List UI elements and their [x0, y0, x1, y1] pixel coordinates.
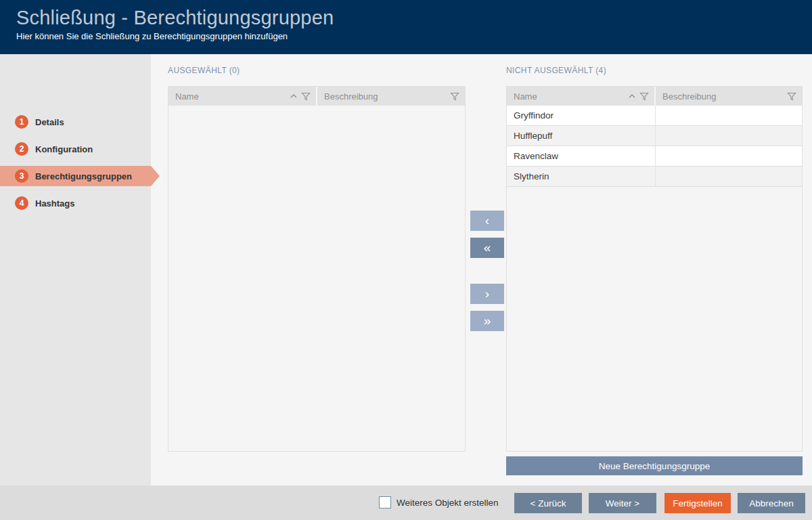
cancel-button[interactable]: Abbrechen	[738, 493, 805, 513]
column-header-label: Name	[514, 91, 537, 102]
finish-button[interactable]: Fertigstellen	[664, 493, 731, 513]
step-details[interactable]: 1 Details	[0, 112, 151, 132]
unselected-table: Name Beschreibung	[506, 86, 803, 452]
unselected-table-body: Gryffindor Hufflepuff Ravenclaw Slytheri…	[507, 106, 802, 187]
step-number-badge: 3	[15, 169, 28, 183]
filter-funnel-icon[interactable]	[301, 92, 311, 101]
step-label: Konfiguration	[35, 144, 93, 154]
cell-beschreibung	[656, 126, 802, 146]
table-row-hufflepuff[interactable]: Hufflepuff	[507, 126, 802, 146]
selected-table: Name Beschreibung	[168, 86, 466, 452]
step-berechtigungsgruppen[interactable]: 3 Berechtigungsgruppen	[0, 166, 151, 186]
move-selected-right-button[interactable]: ›	[470, 284, 504, 304]
sort-ascending-icon	[290, 94, 297, 98]
page-title: Schließung - Berechtigungsgruppen	[16, 7, 812, 29]
step-hashtags[interactable]: 4 Hashtags	[0, 193, 151, 213]
column-header-label: Name	[175, 91, 199, 102]
column-header-beschreibung[interactable]: Beschreibung	[317, 87, 465, 106]
footer-bar: Weiteres Objekt erstellen < Zurück Weite…	[0, 485, 812, 520]
cell-name: Ravenclaw	[507, 146, 656, 166]
cell-beschreibung	[656, 146, 802, 166]
cell-beschreibung	[656, 167, 802, 186]
page-subtitle: Hier können Sie die Schließung zu Berech…	[16, 31, 812, 41]
move-all-left-button[interactable]: «	[470, 238, 504, 258]
step-label: Berechtigungsgruppen	[35, 171, 132, 181]
filter-funnel-icon[interactable]	[639, 92, 649, 101]
next-button[interactable]: Weiter >	[589, 493, 656, 513]
table-row-ravenclaw[interactable]: Ravenclaw	[507, 146, 802, 167]
filter-funnel-icon[interactable]	[787, 92, 796, 101]
column-header-label: Beschreibung	[662, 91, 717, 102]
step-number-badge: 2	[15, 142, 28, 156]
move-selected-left-button[interactable]: ‹	[470, 211, 504, 231]
new-permission-group-button[interactable]: Neue Berechtigungsgruppe	[506, 456, 803, 475]
step-label: Details	[35, 117, 64, 127]
step-number-badge: 1	[15, 115, 28, 129]
sort-ascending-icon	[629, 94, 635, 98]
cell-name: Hufflepuff	[507, 126, 656, 146]
selected-table-header: Name Beschreibung	[168, 87, 465, 106]
cell-beschreibung	[656, 106, 802, 125]
selected-panel-title: AUSGEWÄHLT (0)	[168, 66, 240, 75]
column-header-name[interactable]: Name	[507, 87, 656, 106]
column-header-beschreibung[interactable]: Beschreibung	[656, 87, 802, 106]
create-another-object-checkbox[interactable]	[379, 496, 391, 508]
cell-name: Slytherin	[507, 167, 656, 186]
table-row-gryffindor[interactable]: Gryffindor	[507, 106, 802, 126]
header-bar: Schließung - Berechtigungsgruppen Hier k…	[0, 0, 812, 54]
filter-funnel-icon[interactable]	[450, 92, 459, 101]
create-another-object-label: Weiteres Objekt erstellen	[397, 498, 499, 508]
column-header-label: Beschreibung	[324, 91, 378, 102]
step-number-badge: 4	[15, 196, 28, 210]
column-header-name[interactable]: Name	[168, 87, 317, 106]
active-step-arrow	[151, 166, 160, 186]
cell-name: Gryffindor	[507, 106, 656, 125]
step-konfiguration[interactable]: 2 Konfiguration	[0, 139, 151, 159]
back-button[interactable]: < Zurück	[514, 493, 582, 513]
move-all-right-button[interactable]: »	[470, 311, 504, 331]
unselected-panel-title: NICHT AUSGEWÄHLT (4)	[506, 66, 606, 75]
wizard-window: Schließung - Berechtigungsgruppen Hier k…	[0, 0, 812, 520]
wizard-steps-sidebar: 1 Details 2 Konfiguration 3 Berechtigung…	[0, 54, 151, 485]
step-label: Hashtags	[35, 198, 75, 209]
unselected-table-header: Name Beschreibung	[507, 87, 802, 106]
table-row-slytherin[interactable]: Slytherin	[507, 167, 802, 187]
